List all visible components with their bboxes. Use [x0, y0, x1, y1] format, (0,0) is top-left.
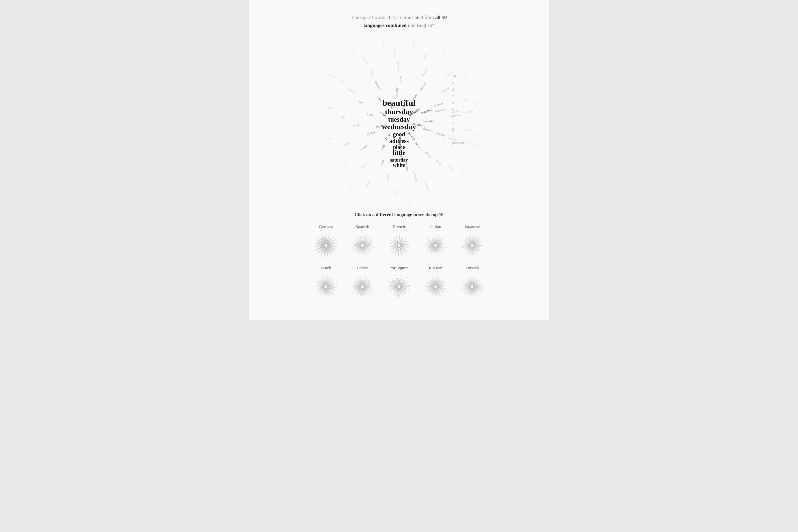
- svg-text:6: 6: [452, 101, 454, 105]
- svg-text:tuesday: tuesday: [448, 165, 455, 172]
- svg-text:good: good: [380, 159, 386, 166]
- svg-point-524: [361, 244, 364, 247]
- svg-text:address: address: [376, 197, 381, 205]
- svg-text:beautiful: beautiful: [424, 120, 434, 123]
- svg-text:beautiful: beautiful: [435, 107, 446, 113]
- svg-text:thursday: thursday: [475, 133, 484, 137]
- svg-text:place: place: [341, 163, 347, 168]
- language-item-turkish[interactable]: Turkish: [459, 265, 486, 300]
- svg-text:good: good: [380, 144, 386, 151]
- language-item-dutch[interactable]: Dutch: [312, 265, 339, 300]
- svg-text:thursday: thursday: [435, 131, 446, 137]
- svg-text:address: address: [359, 162, 367, 170]
- language-item-polish[interactable]: Polish: [349, 265, 376, 300]
- svg-text:7: 7: [452, 94, 454, 98]
- svg-text:3: 3: [452, 121, 454, 125]
- svg-text:good: good: [396, 190, 399, 195]
- language-item-japanese[interactable]: Japanese: [459, 224, 486, 259]
- language-item-russian[interactable]: Russian: [422, 265, 449, 300]
- svg-text:beautiful: beautiful: [463, 110, 473, 114]
- language-row-2: Dutch Polish Portuguese Russian: [312, 265, 486, 300]
- svg-text:position: position: [452, 141, 464, 145]
- svg-text:address: address: [462, 72, 469, 78]
- portuguese-mini-spiral: [386, 273, 412, 300]
- svg-point-1581: [434, 285, 437, 288]
- svg-text:8: 8: [452, 88, 454, 92]
- svg-point-1430: [398, 285, 400, 288]
- svg-text:place: place: [348, 185, 353, 191]
- language-item-french[interactable]: French: [386, 224, 412, 259]
- svg-text:white: white: [393, 162, 405, 168]
- main-page: The top 10 words that are translated fro…: [249, 0, 549, 320]
- svg-text:tuesday: tuesday: [424, 150, 433, 159]
- svg-text:beautiful: beautiful: [450, 109, 459, 114]
- svg-text:saturday: saturday: [373, 80, 381, 91]
- svg-text:white: white: [317, 103, 322, 107]
- svg-text:tuesday: tuesday: [414, 141, 422, 150]
- turkish-mini-spiral: [459, 273, 486, 300]
- dutch-mini-spiral: [312, 273, 339, 300]
- svg-point-675: [398, 244, 400, 247]
- polish-mini-spiral: [349, 273, 376, 300]
- language-item-italian[interactable]: Italian: [422, 224, 449, 259]
- spanish-mini-spiral: [349, 232, 376, 259]
- svg-text:5: 5: [452, 108, 454, 111]
- svg-text:tuesday: tuesday: [441, 87, 450, 93]
- svg-text:thursday: thursday: [433, 101, 444, 108]
- svg-text:thursday: thursday: [421, 67, 428, 77]
- svg-text:place: place: [343, 142, 350, 147]
- spiral-chart: .spiral-text { font-family: 'Segoe Scrip…: [312, 39, 486, 206]
- language-item-german[interactable]: German (function(){ var g = document.get…: [312, 224, 339, 259]
- svg-text:little: little: [329, 137, 334, 141]
- svg-point-1732: [471, 285, 474, 288]
- svg-text:saturday: saturday: [315, 134, 323, 138]
- svg-text:2: 2: [452, 127, 454, 131]
- svg-text:saturday: saturday: [395, 87, 399, 97]
- svg-text:wednesday: wednesday: [412, 170, 418, 183]
- svg-text:white: white: [340, 78, 345, 83]
- svg-text:white: white: [412, 93, 418, 101]
- svg-point-1279: [361, 285, 364, 288]
- svg-text:wednesday: wednesday: [399, 146, 403, 159]
- svg-text:beautiful: beautiful: [397, 61, 400, 71]
- title-area: The top 10 words that are translated fro…: [263, 13, 535, 29]
- svg-point-826: [434, 244, 437, 247]
- svg-text:wednesday: wednesday: [382, 122, 416, 131]
- svg-point-977: [471, 244, 474, 247]
- svg-text:address: address: [365, 181, 371, 189]
- svg-text:tuesday: tuesday: [435, 158, 442, 167]
- svg-text:4: 4: [452, 114, 454, 118]
- svg-text:beautiful: beautiful: [474, 101, 482, 106]
- svg-text:address: address: [359, 144, 369, 152]
- svg-text:saturday: saturday: [347, 88, 357, 95]
- svg-text:beautiful: beautiful: [328, 73, 336, 80]
- svg-text:tuesday: tuesday: [381, 39, 385, 46]
- svg-text:good: good: [408, 201, 411, 206]
- italian-mini-spiral: [422, 232, 449, 259]
- svg-text:address: address: [366, 130, 376, 137]
- svg-text:9: 9: [452, 81, 454, 85]
- svg-text:10: 10: [452, 74, 456, 78]
- svg-text:little: little: [327, 163, 332, 167]
- svg-text:thursday: thursday: [473, 143, 481, 148]
- japanese-mini-spiral: [459, 232, 486, 259]
- svg-text:address: address: [465, 128, 472, 132]
- svg-text:good: good: [462, 98, 468, 102]
- svg-text:wednesday: wednesday: [435, 188, 442, 199]
- svg-text:thursday: thursday: [423, 127, 434, 133]
- svg-point-1128: [324, 285, 327, 288]
- click-prompt: Click on a different language to see its…: [263, 212, 535, 217]
- language-grid: German (function(){ var g = document.get…: [263, 224, 535, 300]
- svg-text:place: place: [353, 124, 359, 127]
- svg-text:little: little: [377, 96, 383, 102]
- svg-text:little: little: [393, 149, 406, 156]
- svg-text:white: white: [369, 70, 375, 76]
- german-mini-spiral: (function(){ var g = document.getElement…: [312, 232, 339, 259]
- svg-line-1416: [399, 281, 408, 287]
- svg-text:good: good: [440, 51, 445, 57]
- language-item-portuguese[interactable]: Portuguese: [386, 265, 412, 300]
- svg-text:tuesday: tuesday: [422, 54, 427, 61]
- svg-text:wednesday: wednesday: [449, 113, 461, 118]
- svg-text:saturday: saturday: [326, 107, 335, 111]
- language-item-spanish[interactable]: Spanish: [349, 224, 376, 259]
